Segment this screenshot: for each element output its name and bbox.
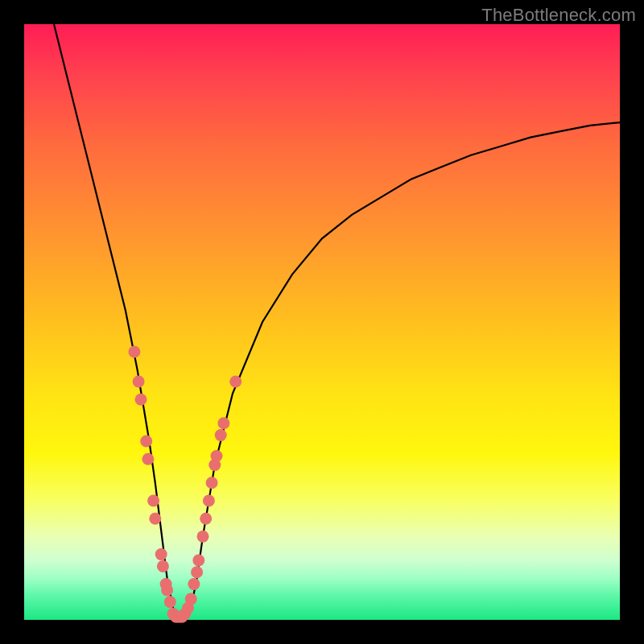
data-point [192, 555, 204, 567]
bottleneck-curve [54, 24, 620, 620]
data-point [142, 453, 154, 465]
data-point [217, 417, 229, 429]
data-point [147, 495, 159, 507]
data-point [191, 566, 203, 578]
data-point [229, 376, 242, 388]
data-point [133, 376, 145, 388]
plot-area [24, 24, 620, 620]
watermark-text: TheBottleneck.com [481, 5, 636, 26]
data-point [164, 596, 176, 608]
data-point [197, 530, 209, 543]
data-point [215, 429, 227, 441]
data-point [161, 584, 173, 597]
data-point [188, 578, 200, 590]
data-point [185, 593, 197, 605]
data-point [135, 394, 147, 406]
data-point [149, 513, 161, 525]
data-point [140, 436, 152, 448]
data-point [206, 477, 218, 489]
data-point [155, 548, 167, 560]
data-point [157, 560, 169, 572]
chart-frame: TheBottleneck.com [0, 0, 644, 644]
data-point [128, 346, 140, 358]
chart-svg [24, 24, 620, 620]
data-point [203, 495, 215, 507]
data-markers [128, 346, 242, 623]
data-point [211, 450, 223, 462]
data-point [200, 513, 212, 525]
